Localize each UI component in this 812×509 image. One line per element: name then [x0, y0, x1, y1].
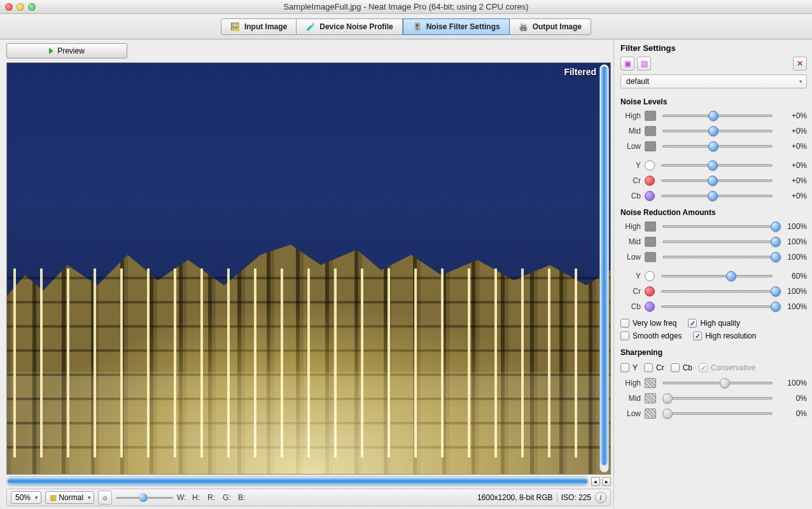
- sliders-icon: 🎚️: [412, 22, 423, 32]
- sun-icon: ☼: [102, 493, 109, 502]
- slider[interactable]: [660, 221, 775, 232]
- folder-icon: ▣: [624, 59, 631, 68]
- save-preset-button[interactable]: ▤: [637, 57, 651, 71]
- swatch-icon: [645, 252, 656, 262]
- brightness-knob[interactable]: [139, 493, 148, 502]
- slider-row: Cr+0%: [620, 174, 807, 188]
- titlebar: SampleImageFull.jpg - Neat Image Pro (64…: [0, 0, 812, 14]
- image-preview[interactable]: Filtered: [6, 62, 611, 475]
- r-label: R:: [207, 493, 219, 502]
- slider[interactable]: [660, 111, 775, 121]
- slider-knob[interactable]: [708, 176, 718, 186]
- tab-device-noise-profile[interactable]: 🧪 Device Noise Profile: [297, 18, 402, 35]
- sharpen-cb-checkbox[interactable]: Cb: [671, 363, 692, 372]
- scroll-right-button[interactable]: ▸: [602, 477, 611, 486]
- slider-knob[interactable]: [708, 141, 718, 151]
- hscroll-row: ◂ ▸: [6, 476, 611, 486]
- zoom-dropdown[interactable]: 50%: [11, 491, 41, 504]
- slider[interactable]: [660, 237, 775, 247]
- swatch-icon: [645, 378, 656, 388]
- sharpen-cr-checkbox[interactable]: Cr: [644, 363, 664, 372]
- tab-output-image[interactable]: 🖨️ Output Image: [510, 18, 591, 35]
- tab-noise-filter-settings[interactable]: 🎚️ Noise Filter Settings: [403, 18, 510, 35]
- noise-levels-heading: Noise Levels: [620, 97, 807, 106]
- high-quality-checkbox[interactable]: High quality: [688, 319, 740, 328]
- slider-knob[interactable]: [771, 286, 781, 296]
- slider-knob[interactable]: [771, 221, 781, 232]
- panel-toolbar: ▣ ▤ ✕: [620, 57, 807, 71]
- vertical-scrollbar[interactable]: [599, 64, 609, 473]
- slider[interactable]: [660, 408, 775, 419]
- v-scroll-thumb[interactable]: [601, 66, 608, 465]
- scroll-left-button[interactable]: ◂: [591, 477, 600, 486]
- slider-value: 60%: [779, 272, 807, 281]
- slider[interactable]: [659, 160, 775, 171]
- slider-knob[interactable]: [708, 111, 718, 121]
- slider-knob[interactable]: [708, 160, 718, 171]
- tab-input-image[interactable]: 🖼️ Input Image: [221, 18, 297, 35]
- slider[interactable]: [660, 393, 775, 403]
- slider[interactable]: [659, 286, 775, 296]
- sharpen-y-checkbox[interactable]: Y: [620, 363, 638, 372]
- brightness-button[interactable]: ☼: [98, 491, 112, 505]
- slider-knob[interactable]: [720, 378, 730, 388]
- slider-value: 0%: [779, 409, 807, 418]
- swatch-icon: [645, 237, 656, 247]
- mode-dropdown[interactable]: ▦ Normal: [45, 491, 94, 504]
- preview-button[interactable]: Preview: [6, 43, 127, 59]
- slider-label: Low: [620, 142, 641, 151]
- slider-value: 100%: [779, 237, 807, 246]
- image-icon: 🖼️: [230, 22, 241, 32]
- slider-value: +0%: [779, 192, 807, 200]
- slider-label: Y: [620, 161, 641, 170]
- info-button[interactable]: i: [595, 492, 606, 503]
- filter-settings-panel: Filter Settings ▣ ▤ ✕ default Noise Leve…: [613, 39, 812, 509]
- smooth-edges-checkbox[interactable]: Smooth edges: [620, 331, 682, 340]
- slider-label: Cb: [620, 302, 641, 311]
- swatch-icon: [645, 408, 656, 419]
- swatch-icon: [645, 126, 656, 136]
- brightness-slider[interactable]: [116, 493, 173, 502]
- high-resolution-checkbox[interactable]: High resolution: [693, 331, 756, 340]
- slider-value: 100%: [779, 287, 807, 296]
- open-preset-button[interactable]: ▣: [620, 57, 634, 71]
- slider-value: 100%: [779, 302, 807, 311]
- reset-button[interactable]: ✕: [793, 57, 807, 71]
- slider-row: High100%: [620, 376, 807, 390]
- slider-row: Mid100%: [620, 235, 807, 249]
- slider[interactable]: [660, 378, 775, 388]
- slider[interactable]: [659, 176, 775, 186]
- slider-value: +0%: [779, 161, 807, 170]
- slider-knob[interactable]: [771, 237, 781, 247]
- slider-label: Y: [620, 272, 641, 281]
- slider-knob[interactable]: [771, 302, 781, 312]
- slider-knob[interactable]: [662, 408, 673, 419]
- horizontal-scrollbar[interactable]: [6, 477, 589, 486]
- slider-knob[interactable]: [708, 191, 718, 201]
- slider-label: Cr: [620, 287, 641, 296]
- slider-label: Low: [620, 409, 641, 418]
- preset-dropdown[interactable]: default: [620, 74, 807, 88]
- g-label: G:: [223, 493, 234, 502]
- filtered-label: Filtered: [564, 67, 596, 77]
- slider[interactable]: [659, 271, 775, 281]
- slider-value: 100%: [779, 222, 807, 231]
- h-scroll-thumb[interactable]: [8, 478, 587, 485]
- slider-knob[interactable]: [708, 126, 718, 136]
- slider[interactable]: [659, 191, 775, 201]
- slider-row: Low100%: [620, 250, 807, 264]
- swatch-icon: [645, 286, 655, 296]
- slider-knob[interactable]: [662, 393, 673, 403]
- close-icon: ✕: [797, 59, 803, 68]
- slider-knob[interactable]: [771, 252, 781, 262]
- swatch-icon: [645, 160, 655, 171]
- very-low-freq-checkbox[interactable]: Very low freq: [620, 319, 676, 328]
- slider[interactable]: [660, 252, 775, 262]
- slider[interactable]: [659, 302, 775, 312]
- content: Preview Filtered ◂ ▸ 50% ▦ Normal ☼ W: H…: [0, 39, 812, 509]
- preset-value: default: [626, 77, 649, 86]
- slider[interactable]: [660, 141, 775, 151]
- slider-knob[interactable]: [726, 271, 736, 281]
- slider-label: High: [620, 111, 641, 120]
- slider[interactable]: [660, 126, 775, 136]
